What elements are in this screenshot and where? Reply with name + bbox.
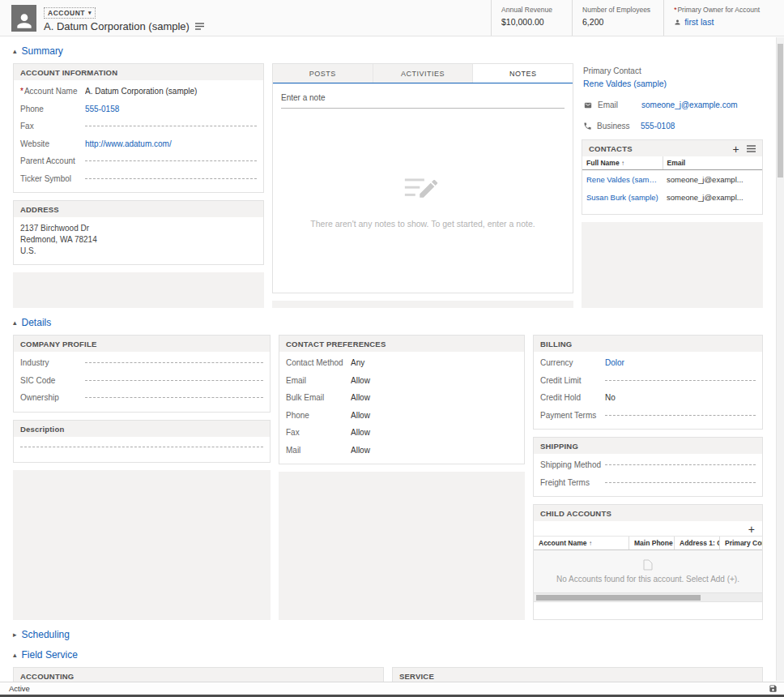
owner-link[interactable]: first last: [684, 17, 714, 27]
contact-row[interactable]: Susan Burk (sample) someone_j@exampl...: [582, 188, 762, 206]
column-full-name[interactable]: Full Name ↑: [582, 156, 663, 170]
field-value[interactable]: Allow: [351, 446, 518, 455]
field-email-allow[interactable]: Email Allow: [286, 372, 518, 390]
email-link[interactable]: someone_j@example.com: [641, 100, 738, 109]
field-ticker-symbol[interactable]: Ticker Symbol: [20, 170, 257, 188]
field-contact-method[interactable]: Contact Method Any: [286, 354, 518, 372]
section-scheduling-toggle[interactable]: ▸ Scheduling: [13, 629, 763, 640]
field-currency[interactable]: Currency Dolor: [540, 354, 756, 372]
primary-contact-email-row[interactable]: Email someone_j@example.com: [583, 100, 761, 109]
field-value[interactable]: A. Datum Corporation (sample): [85, 87, 257, 96]
website-link[interactable]: http://www.adatum.com/: [85, 139, 257, 148]
empty-field-value[interactable]: [85, 362, 263, 363]
empty-field-value[interactable]: [605, 482, 756, 483]
empty-field-value[interactable]: [85, 380, 263, 381]
field-value[interactable]: Allow: [351, 393, 518, 402]
field-phone[interactable]: Phone 555-0158: [20, 100, 257, 118]
phone-link[interactable]: 555-0158: [85, 105, 257, 113]
contacts-menu-icon[interactable]: [747, 145, 756, 152]
note-input[interactable]: Enter a note: [281, 93, 565, 109]
column-account-name[interactable]: Account Name ↑: [534, 537, 629, 549]
stat-primary-owner[interactable]: *Primary Owner for Account first last: [663, 0, 773, 36]
address-value[interactable]: 2137 Birchwood Dr Redmond, WA 78214 U.S.: [14, 217, 263, 264]
contact-row[interactable]: Rene Valdes (sample) someone_j@exampl...: [582, 170, 762, 189]
primary-contact-phone-row[interactable]: Business 555-0108: [583, 122, 761, 130]
field-credit-hold[interactable]: Credit Hold No: [540, 389, 756, 407]
empty-field-value[interactable]: [85, 178, 257, 179]
stat-number-of-employees[interactable]: Number of Employees 6,200: [572, 0, 663, 36]
field-value[interactable]: No: [605, 393, 756, 402]
tab-posts[interactable]: POSTS: [273, 64, 373, 83]
field-industry[interactable]: Industry: [20, 354, 263, 372]
field-parent-account[interactable]: Parent Account: [20, 152, 257, 170]
field-label: Shipping Method: [540, 460, 605, 469]
details-section: COMPANY PROFILE Industry SIC Code Owners…: [13, 335, 763, 620]
summary-middle-column: POSTS ACTIVITIES NOTES Enter a note: [272, 63, 573, 308]
column-main-phone[interactable]: Main Phone: [629, 537, 675, 549]
section-summary-toggle[interactable]: ▴ Summary: [13, 45, 763, 57]
field-fax-allow[interactable]: Fax Allow: [286, 424, 518, 442]
field-bulk-email-allow[interactable]: Bulk Email Allow: [286, 389, 518, 407]
add-child-account-button[interactable]: +: [748, 525, 755, 533]
contact-name-link[interactable]: Susan Burk (sample): [582, 188, 663, 206]
stat-annual-revenue[interactable]: Annual Revenue $10,000.00: [491, 0, 572, 36]
field-shipping-method[interactable]: Shipping Method: [540, 456, 756, 474]
account-avatar[interactable]: [11, 5, 36, 32]
field-mail-allow[interactable]: Mail Allow: [286, 442, 518, 460]
field-ownership[interactable]: Ownership: [20, 389, 263, 407]
field-payment-terms[interactable]: Payment Terms: [540, 407, 756, 425]
save-status-icon[interactable]: [769, 684, 778, 693]
panel-title: ACCOUNT INFORMATION: [20, 68, 117, 77]
field-value[interactable]: Any: [351, 358, 518, 367]
description-value[interactable]: [14, 437, 270, 462]
tab-activities[interactable]: ACTIVITIES: [373, 64, 474, 83]
empty-field-value[interactable]: [85, 126, 257, 126]
panel-header: Description: [14, 421, 270, 437]
empty-field-value[interactable]: [85, 397, 263, 398]
empty-value-dash: [605, 464, 756, 465]
field-value[interactable]: Allow: [351, 411, 518, 420]
field-value[interactable]: Allow: [351, 376, 518, 385]
business-phone-link[interactable]: 555-0108: [641, 122, 675, 130]
add-contact-button[interactable]: +: [733, 145, 739, 153]
field-fax[interactable]: Fax: [20, 118, 257, 135]
vertical-scrollbar[interactable]: [776, 37, 784, 681]
currency-link[interactable]: Dolor: [605, 358, 756, 367]
horizontal-scrollbar[interactable]: [534, 592, 762, 601]
contact-name-link[interactable]: Rene Valdes (sample): [582, 170, 663, 189]
field-value[interactable]: Allow: [351, 428, 518, 437]
section-field-service-toggle[interactable]: ▴ Field Service: [13, 649, 763, 661]
field-website[interactable]: Website http://www.adatum.com/: [20, 135, 257, 153]
scrollbar-thumb[interactable]: [536, 595, 701, 601]
billing-panel: BILLING Currency Dolor Credit Limit Cred…: [533, 335, 763, 430]
field-sic-code[interactable]: SIC Code: [20, 372, 263, 390]
field-credit-limit[interactable]: Credit Limit: [540, 372, 756, 390]
field-freight-terms[interactable]: Freight Terms: [540, 474, 756, 492]
sort-ascending-icon: ↑: [589, 540, 592, 547]
scrollbar-thumb[interactable]: [778, 44, 783, 177]
field-label: Website: [20, 139, 85, 148]
column-primary-contact[interactable]: Primary Contact: [720, 537, 762, 549]
empty-field-value[interactable]: [85, 160, 257, 161]
details-middle-column: CONTACT PREFERENCES Contact Method Any E…: [279, 335, 525, 620]
empty-field-value[interactable]: [605, 464, 756, 465]
panel-header: COMPANY PROFILE: [14, 336, 270, 352]
empty-field-value[interactable]: [605, 380, 756, 381]
description-panel: Description: [13, 420, 271, 463]
empty-area: [13, 470, 271, 621]
tab-notes[interactable]: NOTES: [473, 64, 573, 83]
column-email[interactable]: Email: [663, 156, 762, 170]
form-selector-icon[interactable]: [195, 23, 204, 30]
field-phone-allow[interactable]: Phone Allow: [286, 407, 518, 425]
entity-type-selector[interactable]: ACCOUNT ▾: [44, 7, 96, 19]
panel-body: *Account Name A. Datum Corporation (samp…: [14, 80, 263, 192]
section-details-toggle[interactable]: ▴ Details: [13, 317, 763, 328]
field-account-name[interactable]: *Account Name A. Datum Corporation (samp…: [20, 83, 257, 100]
stat-value: $10,000.00: [501, 17, 559, 27]
primary-contact-link[interactable]: Rene Valdes (sample): [583, 79, 761, 88]
column-address-city[interactable]: Address 1: City...: [675, 537, 720, 549]
email-label: Email: [598, 100, 637, 109]
empty-field-value[interactable]: [605, 415, 756, 416]
panel-title: SHIPPING: [540, 442, 578, 451]
company-profile-panel: COMPANY PROFILE Industry SIC Code Owners…: [13, 335, 271, 413]
